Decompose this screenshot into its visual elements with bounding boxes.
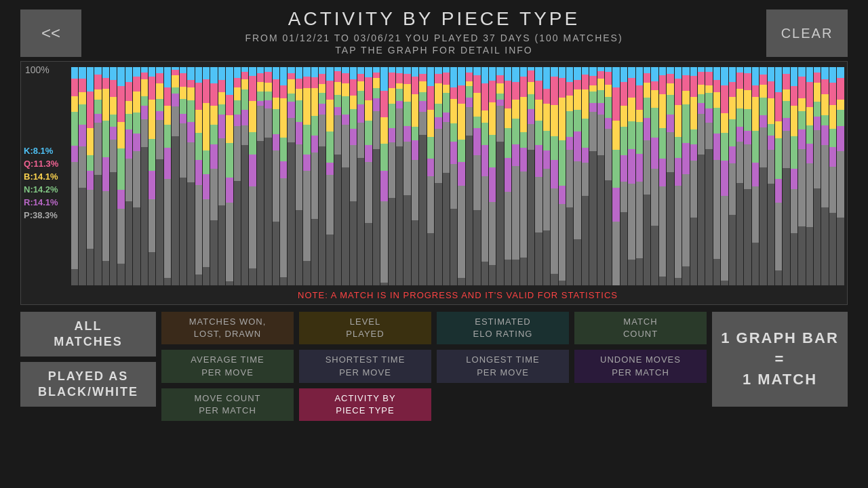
table-row[interactable] — [528, 67, 534, 285]
table-row[interactable] — [226, 67, 233, 285]
table-row[interactable] — [195, 67, 202, 285]
table-row[interactable] — [79, 67, 85, 285]
table-row[interactable] — [644, 67, 650, 285]
table-row[interactable] — [814, 67, 821, 285]
chart-area[interactable]: 100% K:8.1%Q:11.3%B:14.1%N:14.2%R:14.1%P… — [20, 61, 848, 305]
table-row[interactable] — [257, 67, 264, 285]
table-row[interactable] — [612, 67, 619, 285]
table-row[interactable] — [806, 67, 813, 285]
table-row[interactable] — [496, 67, 503, 285]
table-row[interactable] — [466, 67, 473, 285]
table-row[interactable] — [149, 67, 155, 285]
undone-moves-button[interactable]: UNDONE MOVESPER MATCH — [574, 350, 707, 382]
played-as-button[interactable]: PLAYED ASBLACK/WHITE — [20, 362, 156, 407]
table-row[interactable] — [667, 67, 673, 285]
table-row[interactable] — [628, 67, 635, 285]
table-row[interactable] — [705, 67, 712, 285]
table-row[interactable] — [566, 67, 573, 285]
table-row[interactable] — [597, 67, 604, 285]
table-row[interactable] — [311, 67, 318, 285]
table-row[interactable] — [729, 67, 736, 285]
table-row[interactable] — [489, 67, 496, 285]
table-row[interactable] — [574, 67, 580, 285]
table-row[interactable] — [164, 67, 171, 285]
table-row[interactable] — [125, 67, 132, 285]
all-matches-button[interactable]: ALLMATCHES — [20, 312, 156, 357]
table-row[interactable] — [141, 67, 148, 285]
table-row[interactable] — [350, 67, 357, 285]
back-button[interactable]: << — [20, 9, 81, 57]
table-row[interactable] — [71, 67, 78, 285]
table-row[interactable] — [744, 67, 751, 285]
table-row[interactable] — [481, 67, 488, 285]
table-row[interactable] — [365, 67, 372, 285]
table-row[interactable] — [234, 67, 241, 285]
table-row[interactable] — [651, 67, 658, 285]
table-row[interactable] — [798, 67, 805, 285]
table-row[interactable] — [821, 67, 828, 285]
table-row[interactable] — [110, 67, 117, 285]
table-row[interactable] — [396, 67, 403, 285]
average-time-per-move-button[interactable]: AVERAGE TIMEPER MOVE — [161, 350, 294, 382]
table-row[interactable] — [543, 67, 550, 285]
table-row[interactable] — [450, 67, 457, 285]
table-row[interactable] — [783, 67, 789, 285]
table-row[interactable] — [713, 67, 720, 285]
table-row[interactable] — [203, 67, 210, 285]
table-row[interactable] — [443, 67, 450, 285]
table-row[interactable] — [87, 67, 94, 285]
table-row[interactable] — [326, 67, 333, 285]
table-row[interactable] — [829, 67, 836, 285]
table-row[interactable] — [736, 67, 743, 285]
estimated-elo-button[interactable]: ESTIMATEDELO RATING — [437, 312, 569, 344]
table-row[interactable] — [427, 67, 434, 285]
table-row[interactable] — [675, 67, 682, 285]
table-row[interactable] — [296, 67, 302, 285]
table-row[interactable] — [373, 67, 380, 285]
table-row[interactable] — [218, 67, 225, 285]
table-row[interactable] — [620, 67, 627, 285]
table-row[interactable] — [419, 67, 426, 285]
table-row[interactable] — [458, 67, 465, 285]
table-row[interactable] — [512, 67, 519, 285]
table-row[interactable] — [721, 67, 728, 285]
move-count-button[interactable]: MOVE COUNTPER MATCH — [161, 388, 294, 421]
table-row[interactable] — [403, 67, 410, 285]
table-row[interactable] — [264, 67, 271, 285]
table-row[interactable] — [837, 67, 844, 285]
longest-time-button[interactable]: LONGEST TIMEPER MOVE — [437, 350, 569, 382]
table-row[interactable] — [605, 67, 612, 285]
table-row[interactable] — [791, 67, 797, 285]
table-row[interactable] — [412, 67, 418, 285]
table-row[interactable] — [273, 67, 279, 285]
table-row[interactable] — [435, 67, 441, 285]
table-row[interactable] — [551, 67, 557, 285]
table-row[interactable] — [505, 67, 511, 285]
clear-button[interactable]: CLEAR — [766, 9, 848, 57]
table-row[interactable] — [760, 67, 766, 285]
table-row[interactable] — [535, 67, 542, 285]
table-row[interactable] — [659, 67, 666, 285]
level-played-button[interactable]: LEVELPLAYED — [299, 312, 431, 344]
table-row[interactable] — [682, 67, 689, 285]
table-row[interactable] — [133, 67, 140, 285]
table-row[interactable] — [156, 67, 163, 285]
table-row[interactable] — [94, 67, 101, 285]
activity-piece-type-button[interactable]: ACTIVITY BYPIECE TYPE — [299, 388, 431, 421]
table-row[interactable] — [559, 67, 566, 285]
table-row[interactable] — [473, 67, 480, 285]
table-row[interactable] — [752, 67, 759, 285]
table-row[interactable] — [380, 67, 387, 285]
table-row[interactable] — [775, 67, 782, 285]
table-row[interactable] — [342, 67, 349, 285]
table-row[interactable] — [589, 67, 596, 285]
table-row[interactable] — [520, 67, 527, 285]
table-row[interactable] — [117, 67, 124, 285]
table-row[interactable] — [636, 67, 643, 285]
table-row[interactable] — [303, 67, 310, 285]
table-row[interactable] — [319, 67, 326, 285]
matches-won-lost-drawn-button[interactable]: MATCHES WON,LOST, DRAWN — [161, 312, 294, 344]
table-row[interactable] — [102, 67, 109, 285]
table-row[interactable] — [172, 67, 178, 285]
table-row[interactable] — [582, 67, 589, 285]
